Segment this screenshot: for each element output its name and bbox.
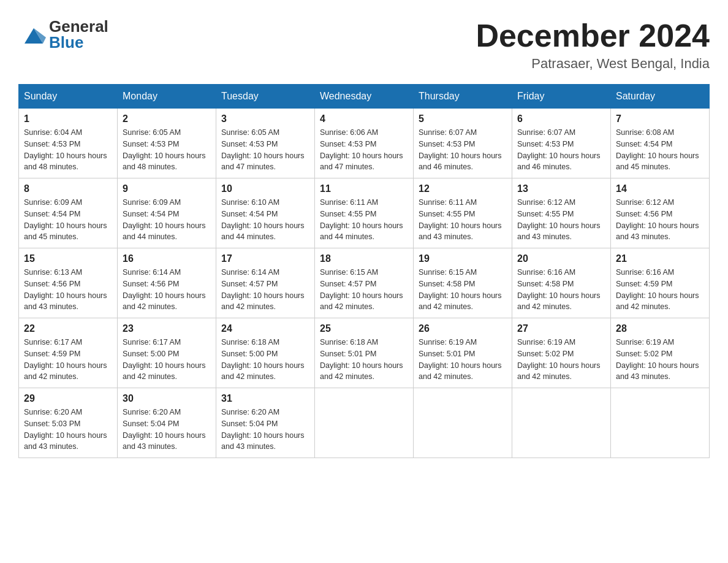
col-header-friday: Friday xyxy=(512,85,611,109)
day-number: 18 xyxy=(320,253,408,264)
day-info: Sunrise: 6:20 AMSunset: 5:04 PMDaylight:… xyxy=(123,407,211,453)
day-number: 22 xyxy=(24,323,112,334)
month-year-title: December 2024 xyxy=(476,18,710,53)
calendar-cell: 17Sunrise: 6:14 AMSunset: 4:57 PMDayligh… xyxy=(216,248,315,318)
col-header-tuesday: Tuesday xyxy=(216,85,315,109)
day-number: 7 xyxy=(616,113,704,124)
day-number: 21 xyxy=(616,253,704,264)
calendar-cell: 14Sunrise: 6:12 AMSunset: 4:56 PMDayligh… xyxy=(611,178,710,248)
day-number: 31 xyxy=(221,393,309,404)
day-info: Sunrise: 6:19 AMSunset: 5:01 PMDaylight:… xyxy=(419,337,507,383)
calendar-week-row: 1Sunrise: 6:04 AMSunset: 4:53 PMDaylight… xyxy=(19,109,710,178)
day-number: 12 xyxy=(419,183,507,194)
day-info: Sunrise: 6:16 AMSunset: 4:58 PMDaylight:… xyxy=(517,267,605,313)
day-number: 20 xyxy=(517,253,605,264)
calendar-cell: 27Sunrise: 6:19 AMSunset: 5:02 PMDayligh… xyxy=(512,318,611,388)
day-number: 9 xyxy=(123,183,211,194)
calendar-table: SundayMondayTuesdayWednesdayThursdayFrid… xyxy=(18,84,710,458)
calendar-cell: 16Sunrise: 6:14 AMSunset: 4:56 PMDayligh… xyxy=(118,248,216,318)
day-info: Sunrise: 6:18 AMSunset: 5:01 PMDaylight:… xyxy=(320,337,408,383)
day-info: Sunrise: 6:06 AMSunset: 4:53 PMDaylight:… xyxy=(320,127,408,173)
title-block: December 2024 Patrasaer, West Bengal, In… xyxy=(476,18,710,72)
day-info: Sunrise: 6:11 AMSunset: 4:55 PMDaylight:… xyxy=(320,197,408,243)
calendar-cell: 8Sunrise: 6:09 AMSunset: 4:54 PMDaylight… xyxy=(19,178,118,248)
day-number: 4 xyxy=(320,113,408,124)
day-info: Sunrise: 6:07 AMSunset: 4:53 PMDaylight:… xyxy=(517,127,605,173)
col-header-saturday: Saturday xyxy=(611,85,710,109)
logo-name: General Blue xyxy=(49,18,108,50)
calendar-cell: 25Sunrise: 6:18 AMSunset: 5:01 PMDayligh… xyxy=(315,318,414,388)
calendar-cell: 22Sunrise: 6:17 AMSunset: 4:59 PMDayligh… xyxy=(19,318,118,388)
day-info: Sunrise: 6:10 AMSunset: 4:54 PMDaylight:… xyxy=(221,197,309,243)
day-info: Sunrise: 6:12 AMSunset: 4:56 PMDaylight:… xyxy=(616,197,704,243)
calendar-cell: 30Sunrise: 6:20 AMSunset: 5:04 PMDayligh… xyxy=(118,388,216,458)
day-info: Sunrise: 6:11 AMSunset: 4:55 PMDaylight:… xyxy=(419,197,507,243)
day-number: 26 xyxy=(419,323,507,334)
logo: General Blue xyxy=(18,18,108,50)
day-number: 24 xyxy=(221,323,309,334)
day-number: 16 xyxy=(123,253,211,264)
day-info: Sunrise: 6:09 AMSunset: 4:54 PMDaylight:… xyxy=(24,197,112,243)
day-info: Sunrise: 6:05 AMSunset: 4:53 PMDaylight:… xyxy=(221,127,309,173)
day-info: Sunrise: 6:17 AMSunset: 5:00 PMDaylight:… xyxy=(123,337,211,383)
calendar-cell xyxy=(315,388,414,458)
col-header-wednesday: Wednesday xyxy=(315,85,414,109)
calendar-header-row: SundayMondayTuesdayWednesdayThursdayFrid… xyxy=(19,85,710,109)
calendar-cell: 28Sunrise: 6:19 AMSunset: 5:02 PMDayligh… xyxy=(611,318,710,388)
day-number: 5 xyxy=(419,113,507,124)
calendar-cell: 20Sunrise: 6:16 AMSunset: 4:58 PMDayligh… xyxy=(512,248,611,318)
col-header-thursday: Thursday xyxy=(414,85,512,109)
day-number: 8 xyxy=(24,183,112,194)
day-info: Sunrise: 6:15 AMSunset: 4:57 PMDaylight:… xyxy=(320,267,408,313)
day-info: Sunrise: 6:20 AMSunset: 5:04 PMDaylight:… xyxy=(221,407,309,453)
logo-general-text: General xyxy=(49,18,108,34)
day-number: 30 xyxy=(123,393,211,404)
day-number: 25 xyxy=(320,323,408,334)
calendar-cell: 23Sunrise: 6:17 AMSunset: 5:00 PMDayligh… xyxy=(118,318,216,388)
day-info: Sunrise: 6:15 AMSunset: 4:58 PMDaylight:… xyxy=(419,267,507,313)
calendar-cell: 31Sunrise: 6:20 AMSunset: 5:04 PMDayligh… xyxy=(216,388,315,458)
calendar-cell: 19Sunrise: 6:15 AMSunset: 4:58 PMDayligh… xyxy=(414,248,512,318)
day-info: Sunrise: 6:13 AMSunset: 4:56 PMDaylight:… xyxy=(24,267,112,313)
day-info: Sunrise: 6:19 AMSunset: 5:02 PMDaylight:… xyxy=(517,337,605,383)
calendar-cell: 18Sunrise: 6:15 AMSunset: 4:57 PMDayligh… xyxy=(315,248,414,318)
day-number: 27 xyxy=(517,323,605,334)
day-info: Sunrise: 6:04 AMSunset: 4:53 PMDaylight:… xyxy=(24,127,112,173)
day-info: Sunrise: 6:20 AMSunset: 5:03 PMDaylight:… xyxy=(24,407,112,453)
calendar-cell: 15Sunrise: 6:13 AMSunset: 4:56 PMDayligh… xyxy=(19,248,118,318)
day-number: 23 xyxy=(123,323,211,334)
calendar-cell: 9Sunrise: 6:09 AMSunset: 4:54 PMDaylight… xyxy=(118,178,216,248)
day-info: Sunrise: 6:14 AMSunset: 4:57 PMDaylight:… xyxy=(221,267,309,313)
calendar-week-row: 8Sunrise: 6:09 AMSunset: 4:54 PMDaylight… xyxy=(19,178,710,248)
day-info: Sunrise: 6:07 AMSunset: 4:53 PMDaylight:… xyxy=(419,127,507,173)
calendar-cell xyxy=(414,388,512,458)
calendar-cell: 26Sunrise: 6:19 AMSunset: 5:01 PMDayligh… xyxy=(414,318,512,388)
calendar-cell: 6Sunrise: 6:07 AMSunset: 4:53 PMDaylight… xyxy=(512,109,611,178)
day-number: 11 xyxy=(320,183,408,194)
day-info: Sunrise: 6:16 AMSunset: 4:59 PMDaylight:… xyxy=(616,267,704,313)
calendar-cell xyxy=(512,388,611,458)
calendar-week-row: 15Sunrise: 6:13 AMSunset: 4:56 PMDayligh… xyxy=(19,248,710,318)
day-number: 10 xyxy=(221,183,309,194)
day-info: Sunrise: 6:08 AMSunset: 4:54 PMDaylight:… xyxy=(616,127,704,173)
day-number: 6 xyxy=(517,113,605,124)
day-info: Sunrise: 6:12 AMSunset: 4:55 PMDaylight:… xyxy=(517,197,605,243)
day-number: 17 xyxy=(221,253,309,264)
day-number: 2 xyxy=(123,113,211,124)
calendar-cell: 21Sunrise: 6:16 AMSunset: 4:59 PMDayligh… xyxy=(611,248,710,318)
day-number: 14 xyxy=(616,183,704,194)
calendar-cell: 11Sunrise: 6:11 AMSunset: 4:55 PMDayligh… xyxy=(315,178,414,248)
day-number: 3 xyxy=(221,113,309,124)
day-info: Sunrise: 6:17 AMSunset: 4:59 PMDaylight:… xyxy=(24,337,112,383)
day-number: 19 xyxy=(419,253,507,264)
day-number: 15 xyxy=(24,253,112,264)
day-info: Sunrise: 6:18 AMSunset: 5:00 PMDaylight:… xyxy=(221,337,309,383)
calendar-cell: 1Sunrise: 6:04 AMSunset: 4:53 PMDaylight… xyxy=(19,109,118,178)
day-number: 1 xyxy=(24,113,112,124)
calendar-cell: 13Sunrise: 6:12 AMSunset: 4:55 PMDayligh… xyxy=(512,178,611,248)
day-info: Sunrise: 6:09 AMSunset: 4:54 PMDaylight:… xyxy=(123,197,211,243)
calendar-cell: 7Sunrise: 6:08 AMSunset: 4:54 PMDaylight… xyxy=(611,109,710,178)
page-header: General Blue December 2024 Patrasaer, We… xyxy=(18,18,710,72)
calendar-cell: 5Sunrise: 6:07 AMSunset: 4:53 PMDaylight… xyxy=(414,109,512,178)
calendar-cell: 4Sunrise: 6:06 AMSunset: 4:53 PMDaylight… xyxy=(315,109,414,178)
